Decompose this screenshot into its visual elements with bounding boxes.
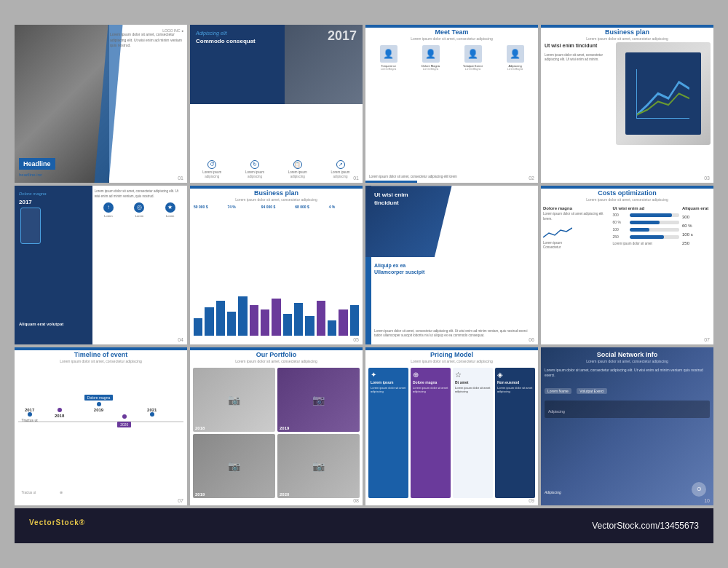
slide5-metric-2: ◎ Lorem [125,202,153,218]
slide5-right-content: Lorem ipsum dolor sit amet, consectetur … [95,189,184,218]
slide9-footer-text: Tractus ut [22,491,36,494]
slide8-bar-fill-2 [630,221,660,224]
slide2-icon-3: 📋 Lorem ipsum adipiscing [280,160,317,180]
slide10-item-1: 📷 2018 [193,368,275,432]
slide12-tag-box: Adipiscing [545,401,710,418]
slide9-year-2019: 2019 [94,408,103,412]
slide1-number: 01 [178,175,183,181]
slide5-icon-row: ↑ Lorem ◎ Lorem ★ Lorem [95,202,184,218]
slide9-line [18,421,183,422]
slide12-person-tag: Adipiscing [545,490,561,494]
slide11-plan-name-2: Dolore magna [413,380,448,384]
slide-1-headline: Headline headline.inc Lorem ipsum dolor … [15,25,187,183]
slide9-year-2021: 2021 [147,408,157,412]
slide7-title: Ut wisi enimtincidunt [374,192,408,207]
slide10-camera-icon-2: 📷 [312,394,325,406]
slide5-metric-icon-2: ◎ [134,202,144,213]
slide11-pricing-cols: ✦ Lorem ipsum Lorem ipsum dolor sit amet… [368,368,535,498]
slide3-number: 02 [529,175,534,181]
slide8-col1-title: Dolore magna [543,206,610,210]
slide6-bar-13 [328,320,336,336]
slide8-mini-chart [543,224,610,240]
slide3-top-bar [365,25,538,28]
slide10-item-4: 📷 2020 [277,434,360,498]
slide6-stat-2: 74 % [227,205,257,209]
slide9-item-2020: 2020 [117,414,131,427]
slide11-title: Pricing Model [365,351,538,358]
slide9-top-bar [15,347,187,350]
slide3-team-row: 👤 Torquent ut Lorem Magna 👤 Dolore Magna… [368,45,535,71]
slide11-plan-icon-2: ⊕ [413,371,448,379]
slide6-title: Business plan [190,189,363,197]
slide6-bar-5 [238,296,247,336]
slide9-title: Timeline of event [15,351,187,358]
slide5-section-title: Dolore magna [19,192,47,196]
slide9-timeline: 2017 Tractus ut 2018 Dolore magna 2019 2… [18,369,183,498]
slide11-plan-text-4: Lorem ipsum dolor sit amet adipiscing [497,386,533,394]
watermark-trademark: ® [79,518,85,526]
slide5-year: 2017 [19,199,32,205]
slide8-label-4: 250 [613,234,628,239]
slide3-person-icon-3: 👤 [467,49,478,59]
slide9-number: 07 [178,498,183,503]
slide4-laptop-screen [625,52,701,135]
slide10-grid: 📷 2018 📷 2019 📷 2019 📷 2020 [193,368,360,498]
slide6-number: 05 [353,337,359,342]
slide12-number: 10 [704,498,710,503]
slide6-bar-7 [261,309,269,336]
slide3-lorem: Lorem ipsum dolor sit amet, consectetur … [369,175,534,179]
slide3-person-icon-4: 👤 [510,49,521,59]
slide9-dot-2020 [122,414,127,419]
slide8-cols: Dolore magna Lorem ipsum dolor sit amet … [543,206,711,338]
slide6-bar-3 [216,301,225,336]
slide3-accent-bar [365,181,417,183]
slide12-tag-text: Adipiscing [548,409,565,414]
slides-grid: Headline headline.inc Lorem ipsum dolor … [15,25,713,505]
slide-11-pricing: Pricing Model Lorem ipsum dolor sit amet… [365,347,538,505]
slide12-stats: Lorem Name Volutpat Exerci [545,382,710,395]
watermark-url: VectorStock.com/13455673 [592,521,699,531]
slide-9-timeline: Timeline of event Lorem ipsum dolor sit … [15,347,187,505]
slide2-doc-icon: 📋 [293,160,302,169]
slide10-camera-icon-1: 📷 [228,394,240,406]
slide-4-business-plan-laptop: Business plan Lorem ipsum dolor sit amet… [541,25,713,183]
slide4-number: 03 [704,175,710,181]
slide8-label-1: 300 [613,213,628,217]
slide11-top-bar [365,347,538,350]
slide1-headline: Headline [19,158,55,170]
slide8-numbers: 300 60 % 100 s 250 [682,213,711,248]
slide8-progress-2: 60 % [613,220,680,224]
slide8-bar-bg-2 [630,221,680,224]
slide8-bar-fill-3 [630,228,649,232]
slide10-year-4: 2020 [280,492,289,497]
slide6-stat-5: 4 % [329,205,359,209]
slide-5-dolore-magna: Dolore magna 2017 Aliquam erat volutpat … [15,186,187,344]
slide11-number: 09 [529,498,534,503]
slide11-plan-text-3: Lorem ipsum dolor sit amet adipiscing [455,386,491,394]
slide8-bar-fill-1 [630,213,672,217]
slide11-plan-name-3: Bt amet [455,380,491,384]
slide8-col2-title: Ut wisi enim ad [613,206,680,210]
slide11-plan-2: ⊕ Dolore magna Lorem ipsum dolor sit ame… [411,368,451,498]
slide11-plan-name-1: Lorem ipsum [371,380,406,384]
slide6-subtitle: Lorem ipsum dolor sit amet, consectetur … [190,197,363,202]
slide8-bar-bg-3 [630,228,680,232]
slide-3-meet-team: Meet Team Lorem ipsum dolor sit amet, co… [365,25,538,183]
slide11-plan-4: ◈ Non eusmod Lorem ipsum dolor sit amet … [495,368,535,498]
slide12-badge-2: Volutpat Exerci [577,388,606,394]
slide11-plan-icon-4: ◈ [497,371,533,379]
slide8-bar-bg-4 [630,235,680,239]
slide8-col3-title: Aliquam erat [682,206,711,210]
slide12-badge-1: Lorem Name [545,388,571,394]
slide9-item-2018: 2018 [55,408,64,418]
slide9-year-2017: 2017 [25,408,34,412]
slide3-avatar-3: 👤 [464,45,482,63]
slide6-bar-2 [205,307,213,336]
slide9-highlight-2019: Dolore magna [84,395,113,401]
slide11-plan-3: ☆ Bt amet Lorem ipsum dolor sit amet adi… [453,368,493,498]
slide12-subtitle: Lorem ipsum dolor sit amet, consectetur … [541,359,713,363]
slide10-year-3: 2019 [195,492,205,497]
slide5-metric-3: ★ Lorem [157,202,184,218]
slide4-left-text: Ut wisi enim tincidunt Lorem ipsum dolor… [545,42,617,62]
slide11-plan-text-1: Lorem ipsum dolor sit amet adipiscing [371,386,406,394]
